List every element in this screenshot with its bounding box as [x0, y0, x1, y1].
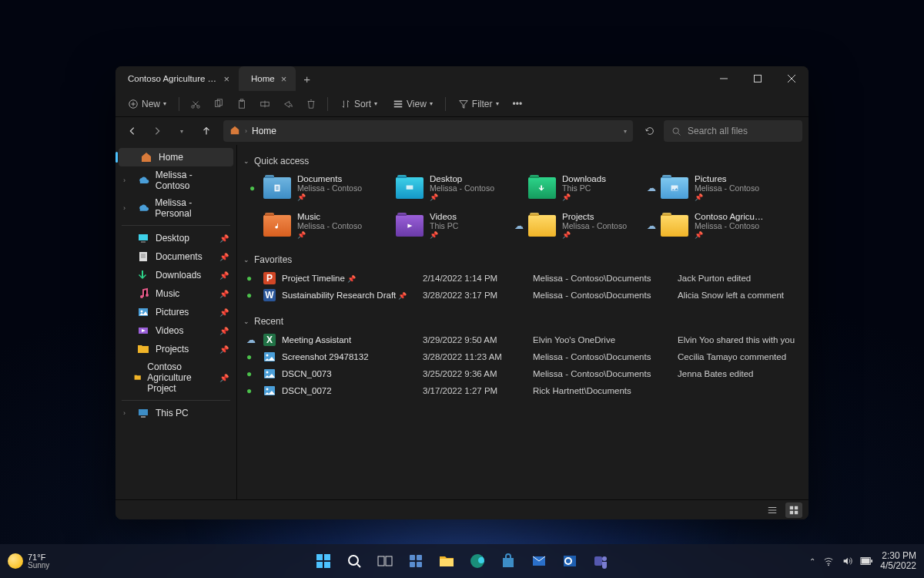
details-view-button[interactable]	[764, 502, 781, 518]
section-header-recent[interactable]: ⌄ Recent	[240, 311, 799, 331]
chevron-up-icon[interactable]: ⌃	[809, 557, 815, 566]
filter-button[interactable]: Filter ▾	[452, 96, 505, 113]
cut-icon	[190, 99, 201, 109]
share-icon	[283, 99, 293, 109]
section-header-favorites[interactable]: ⌄ Favorites	[240, 250, 799, 270]
edge-taskbar-icon[interactable]	[464, 547, 491, 575]
sidebar-item-videos[interactable]: Videos📌	[116, 321, 236, 340]
outlook-taskbar-icon[interactable]	[556, 547, 584, 575]
mail-taskbar-icon[interactable]	[525, 547, 553, 575]
file-row[interactable]: ☁XMeeting Assistant3/29/2022 9:50 AMElvi…	[240, 331, 799, 348]
back-button[interactable]	[122, 120, 143, 142]
volume-icon[interactable]	[842, 556, 852, 566]
sidebar-item-contoso-agriculture-project[interactable]: Contoso Agriculture Project📌	[116, 358, 236, 397]
folder-icon	[137, 343, 149, 355]
start-button[interactable]	[310, 547, 337, 575]
store-taskbar-icon[interactable]	[494, 547, 522, 575]
svg-rect-62	[872, 560, 873, 563]
sidebar-item-projects[interactable]: Projects📌	[116, 340, 236, 358]
clock[interactable]: 2:30 PM 4/5/2022	[880, 551, 916, 571]
file-row[interactable]: ●PProject Timeline 📌2/14/2022 1:14 PMMel…	[240, 270, 799, 287]
trash-icon	[306, 99, 316, 109]
section-header-quick-access[interactable]: ⌄ Quick access	[240, 151, 799, 171]
pin-icon: 📌	[219, 374, 229, 382]
quick-access-item[interactable]: DownloadsThis PC📌	[511, 171, 636, 204]
refresh-button[interactable]	[639, 120, 661, 142]
forward-button[interactable]	[146, 120, 168, 142]
quick-access-item[interactable]: ☁Contoso Agriculture ProjectMelissa - Co…	[644, 209, 768, 242]
status-bar	[116, 499, 808, 519]
home-icon	[140, 151, 152, 163]
quick-access-item[interactable]: ●DocumentsMelissa - Contoso📌	[246, 171, 371, 204]
quick-access-item[interactable]: ☁ProjectsMelissa - Contoso📌	[511, 209, 636, 242]
chevron-down-icon: ▾	[430, 100, 433, 107]
sidebar-item-desktop[interactable]: Desktop📌	[116, 229, 236, 247]
sort-button[interactable]: Sort ▾	[334, 96, 383, 113]
sidebar-item-melissa-contoso[interactable]: › Melissa - Contoso	[116, 166, 236, 194]
teams-taskbar-icon[interactable]	[587, 547, 614, 575]
breadcrumb-segment[interactable]: Home	[252, 126, 276, 136]
file-row[interactable]: ●DSCN_00733/25/2022 9:36 AMMelissa - Con…	[240, 365, 799, 382]
tab-contoso-project[interactable]: Contoso Agriculture Project ×	[116, 66, 239, 91]
close-icon[interactable]: ×	[280, 73, 289, 85]
file-icon	[263, 368, 276, 380]
file-row[interactable]: ●WSustainability Research Draft 📌3/28/20…	[240, 287, 799, 304]
battery-icon[interactable]	[860, 556, 872, 566]
file-row[interactable]: ●DSCN_00723/17/2022 1:27 PMRick Hartnett…	[240, 382, 799, 399]
svg-rect-39	[795, 506, 798, 509]
more-button[interactable]: •••	[508, 96, 527, 113]
tab-home[interactable]: Home ×	[239, 66, 296, 91]
svg-rect-45	[324, 562, 330, 568]
weather-widget[interactable]: 71°F Sunny	[8, 553, 49, 570]
quick-access-item[interactable]: VideosThis PC📌	[379, 209, 504, 242]
svg-point-35	[266, 371, 269, 374]
widgets-button[interactable]	[402, 547, 430, 575]
up-button[interactable]	[196, 120, 217, 142]
sidebar-item-home[interactable]: Home	[119, 148, 233, 166]
close-icon[interactable]: ×	[222, 73, 231, 85]
task-view-button[interactable]	[371, 547, 399, 575]
sync-status-icon: ●	[249, 183, 257, 193]
sidebar-item-documents[interactable]: Documents📌	[116, 247, 236, 266]
new-tab-button[interactable]: +	[296, 72, 318, 86]
chevron-down-icon[interactable]: ▾	[624, 128, 627, 135]
sync-status-icon: ●	[246, 290, 257, 301]
view-button[interactable]: View ▾	[387, 96, 439, 113]
share-button[interactable]	[278, 96, 298, 113]
rename-button[interactable]	[255, 96, 275, 113]
wifi-icon[interactable]	[823, 556, 834, 566]
folder-icon	[137, 232, 149, 244]
recent-locations-button[interactable]: ▾	[171, 120, 192, 142]
minimize-button[interactable]	[707, 66, 741, 91]
paste-button[interactable]	[232, 96, 252, 113]
copy-button[interactable]	[209, 96, 229, 113]
file-row[interactable]: ●Screenshot 294781323/28/2022 11:23 AMMe…	[240, 348, 799, 365]
search-input[interactable]: Search all files	[664, 120, 802, 142]
sidebar-item-music[interactable]: Music📌	[116, 284, 236, 303]
address-bar[interactable]: › Home ▾	[223, 120, 633, 142]
new-button[interactable]: New ▾	[122, 96, 172, 113]
sidebar-item-melissa-personal[interactable]: › Melissa - Personal	[116, 194, 236, 222]
cut-button[interactable]	[186, 96, 206, 113]
system-tray[interactable]: ⌃ 2:30 PM 4/5/2022	[809, 551, 916, 571]
delete-button[interactable]	[301, 96, 321, 113]
sync-status-icon: ●	[246, 273, 257, 284]
quick-access-item[interactable]: DesktopMelissa - Contoso📌	[379, 171, 504, 204]
chevron-down-icon: ▾	[496, 100, 499, 107]
chevron-down-icon: ▾	[163, 100, 166, 107]
sidebar-item-downloads[interactable]: Downloads📌	[116, 266, 236, 284]
sidebar-item-pictures[interactable]: Pictures📌	[116, 303, 236, 321]
quick-access-item[interactable]: ☁PicturesMelissa - Contoso📌	[644, 171, 768, 204]
file-icon	[263, 351, 276, 363]
pin-icon: 📌	[297, 231, 368, 239]
folder-icon	[137, 287, 149, 300]
file-explorer-taskbar-icon[interactable]	[433, 547, 460, 575]
large-icons-view-button[interactable]	[785, 502, 802, 518]
maximize-button[interactable]	[741, 66, 775, 91]
sidebar-item-this-pc[interactable]: › This PC	[116, 404, 236, 422]
svg-rect-41	[795, 510, 798, 513]
search-button[interactable]	[340, 547, 368, 575]
quick-access-item[interactable]: MusicMelissa - Contoso📌	[246, 209, 371, 242]
sync-status-icon: ☁	[514, 220, 522, 231]
close-button[interactable]	[775, 66, 808, 91]
